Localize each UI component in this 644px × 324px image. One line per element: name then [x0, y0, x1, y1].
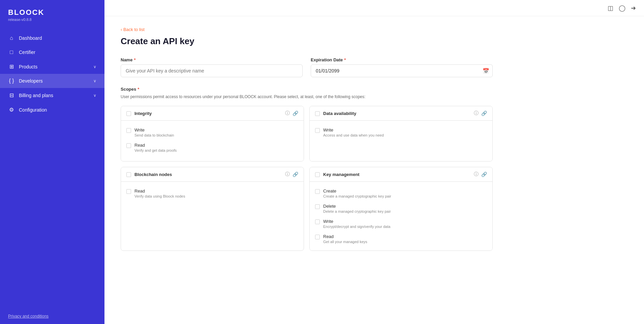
- scope-checkbox-integrity-write[interactable]: [126, 128, 131, 133]
- sidebar-item-billing[interactable]: ⊟ Billing and plans ∨: [0, 88, 104, 102]
- scope-card-header-blockchain-nodes: Blockchain nodes ⓘ 🔗: [121, 167, 304, 182]
- scope-item-name: Create: [323, 188, 391, 194]
- scope-checkbox-blockchain-read[interactable]: [126, 189, 131, 194]
- sidebar-item-configuration[interactable]: ⚙ Configuration: [0, 102, 104, 117]
- header-bar: ◫ ◯ ➜: [104, 0, 644, 16]
- link-icon[interactable]: 🔗: [481, 172, 487, 177]
- scope-card-integrity: Integrity ⓘ 🔗 Write Send d: [121, 106, 304, 161]
- scope-item-desc: Send data to blockchain: [134, 133, 174, 137]
- name-required: *: [134, 57, 135, 62]
- scope-checkbox-integrity[interactable]: [126, 111, 131, 116]
- scope-title-data-availability: Data availability: [323, 111, 470, 116]
- scope-item-data-availability-write: Write Access and use data when you need: [315, 125, 487, 140]
- info-icon[interactable]: ⓘ: [474, 110, 479, 116]
- name-label: Name *: [121, 57, 303, 62]
- scope-card-data-availability: Data availability ⓘ 🔗 Write: [309, 106, 493, 161]
- products-icon: ⊞: [8, 63, 15, 70]
- date-label: Expiration Date *: [311, 57, 493, 62]
- scope-item-blockchain-read: Read Verify data using Bloock nodes: [126, 186, 298, 201]
- scope-item-desc: Get all your managed keys: [323, 240, 367, 244]
- scope-checkbox-km-write[interactable]: [315, 219, 320, 224]
- chat-icon[interactable]: ◫: [608, 4, 613, 12]
- scope-title-key-management: Key management: [323, 172, 470, 177]
- scope-card-body-integrity: Write Send data to blockchain Read Verif…: [121, 121, 304, 161]
- privacy-conditions-link[interactable]: Privacy and conditions: [0, 308, 104, 324]
- link-icon[interactable]: 🔗: [481, 111, 487, 116]
- scope-card-body-blockchain-nodes: Read Verify data using Bloock nodes: [121, 182, 304, 222]
- sidebar-item-label: Developers: [19, 78, 43, 84]
- scope-card-key-management: Key management ⓘ 🔗 Create: [309, 167, 493, 251]
- scope-header-icons-integrity: ⓘ 🔗: [285, 110, 298, 116]
- scope-checkbox-integrity-read[interactable]: [126, 143, 131, 148]
- sidebar-item-dashboard[interactable]: ⌂ Dashboard: [0, 31, 104, 45]
- sidebar-nav: ⌂ Dashboard □ Certifier ⊞ Products ∨ { }…: [0, 31, 104, 308]
- scope-checkbox-km-read[interactable]: [315, 235, 320, 239]
- scope-card-body-key-management: Create Create a managed cryptographic ke…: [310, 182, 492, 251]
- sidebar: BLOOCK release-v0.8.8 ⌂ Dashboard □ Cert…: [0, 0, 104, 324]
- date-input[interactable]: [311, 64, 493, 77]
- scope-item-desc: Delete a managed cryptographic key pair: [323, 209, 391, 213]
- scope-checkbox-km-delete[interactable]: [315, 204, 320, 209]
- sidebar-item-developers[interactable]: { } Developers ∨: [0, 74, 104, 88]
- scope-checkbox-data-availability[interactable]: [315, 111, 320, 116]
- scope-item-km-create: Create Create a managed cryptographic ke…: [315, 186, 487, 201]
- main-content: ‹ Back to list Create an API key Name * …: [104, 0, 644, 324]
- scope-item-name: Read: [134, 143, 177, 148]
- scope-checkbox-key-management[interactable]: [315, 172, 320, 177]
- scope-item-km-delete: Delete Delete a managed cryptographic ke…: [315, 201, 487, 216]
- user-icon[interactable]: ◯: [619, 4, 625, 12]
- scope-item-name: Write: [323, 219, 390, 224]
- sidebar-item-label: Products: [19, 64, 37, 69]
- scope-item-km-read: Read Get all your managed keys: [315, 231, 487, 246]
- app-version: release-v0.8.8: [8, 18, 96, 22]
- scope-item-desc: Encrypt/decrypt and sign/verify your dat…: [323, 225, 390, 229]
- name-input[interactable]: [121, 64, 303, 77]
- back-to-list-link[interactable]: ‹ Back to list: [121, 27, 493, 32]
- scope-item-name: Write: [134, 127, 174, 132]
- sidebar-item-certifier[interactable]: □ Certifier: [0, 45, 104, 59]
- scope-item-desc: Create a managed cryptographic key pair: [323, 194, 391, 198]
- scope-item-name: Delete: [323, 204, 391, 209]
- scope-header-icons-data-availability: ⓘ 🔗: [474, 110, 487, 116]
- dashboard-icon: ⌂: [8, 35, 15, 41]
- scope-item-name: Read: [134, 188, 185, 194]
- scope-item-integrity-write: Write Send data to blockchain: [126, 125, 298, 140]
- certifier-icon: □: [8, 49, 15, 55]
- app-logo: BLOOCK: [8, 8, 96, 17]
- info-icon[interactable]: ⓘ: [285, 171, 290, 177]
- sidebar-item-products[interactable]: ⊞ Products ∨: [0, 59, 104, 74]
- billing-icon: ⊟: [8, 92, 15, 98]
- name-form-group: Name *: [121, 57, 303, 77]
- scope-checkbox-blockchain-nodes[interactable]: [126, 172, 131, 177]
- scope-header-icons-key-management: ⓘ 🔗: [474, 171, 487, 177]
- scope-checkbox-km-create[interactable]: [315, 189, 320, 194]
- scope-item-desc: Verify data using Bloock nodes: [134, 194, 185, 198]
- sidebar-item-label: Dashboard: [19, 35, 42, 41]
- sidebar-item-label: Configuration: [19, 107, 47, 113]
- config-icon: ⚙: [8, 107, 15, 113]
- info-icon[interactable]: ⓘ: [474, 171, 479, 177]
- date-input-wrapper: 📅: [311, 64, 493, 77]
- sidebar-item-label: Billing and plans: [19, 93, 53, 98]
- chevron-down-icon: ∨: [93, 79, 96, 83]
- developers-icon: { }: [8, 78, 15, 84]
- logo-area: BLOOCK release-v0.8.8: [0, 0, 104, 24]
- scope-item-integrity-read: Read Verify and get data proofs: [126, 140, 298, 155]
- scope-title-blockchain-nodes: Blockchain nodes: [134, 172, 282, 177]
- link-icon[interactable]: 🔗: [293, 172, 298, 177]
- chevron-down-icon: ∨: [93, 64, 96, 69]
- scope-card-blockchain-nodes: Blockchain nodes ⓘ 🔗 Read: [121, 167, 304, 251]
- page-title: Create an API key: [121, 36, 493, 47]
- scopes-grid: Integrity ⓘ 🔗 Write Send d: [121, 106, 493, 251]
- scope-item-name: Read: [323, 234, 367, 239]
- scope-item-desc: Access and use data when you need: [323, 133, 384, 137]
- scope-checkbox-da-write[interactable]: [315, 128, 320, 133]
- logout-icon[interactable]: ➜: [631, 4, 636, 12]
- scope-card-header-data-availability: Data availability ⓘ 🔗: [310, 106, 492, 121]
- info-icon[interactable]: ⓘ: [285, 110, 290, 116]
- scopes-section: Scopes * User permissions permit access …: [121, 87, 493, 251]
- date-required: *: [344, 57, 346, 62]
- link-icon[interactable]: 🔗: [293, 111, 298, 116]
- form-row-name-date: Name * Expiration Date * 📅: [121, 57, 493, 77]
- scope-card-header-key-management: Key management ⓘ 🔗: [310, 167, 492, 182]
